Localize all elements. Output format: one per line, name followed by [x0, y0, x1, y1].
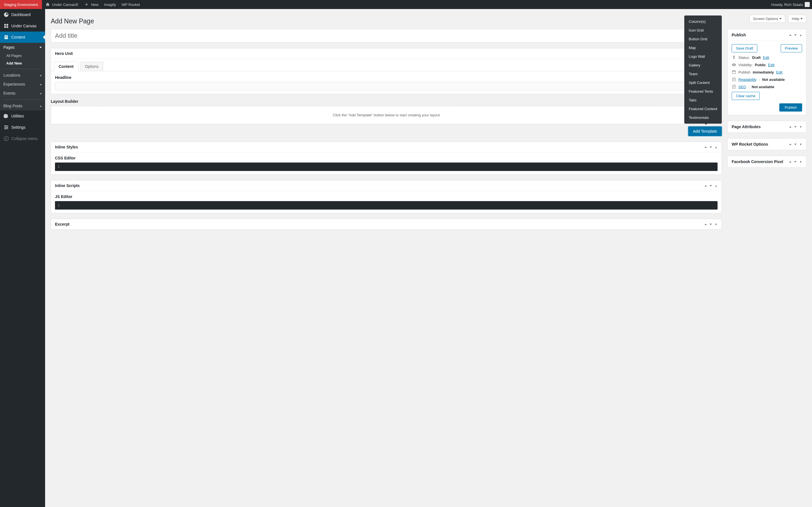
template-option[interactable]: Button Grid [684, 35, 722, 43]
tab-content[interactable]: Content [54, 62, 79, 71]
visibility-edit-link[interactable]: Edit [768, 63, 774, 67]
help-label: Help [792, 17, 799, 21]
add-template-button[interactable]: Add Template [688, 126, 722, 136]
visibility-row: Visibility: Public Edit [732, 62, 802, 67]
metabox-title: Hero Unit [55, 51, 73, 56]
clear-cache-button[interactable]: Clear cache [732, 92, 760, 100]
move-up-icon[interactable] [789, 144, 792, 145]
publish-date-edit-link[interactable]: Edit [776, 70, 782, 74]
sidebar-item-label: Settings [11, 125, 26, 129]
toggle-icon[interactable]: ▲ [715, 146, 718, 149]
sidebar-sub-locations[interactable]: Locations ▸ [0, 71, 45, 80]
template-option[interactable]: Featured Tents [684, 87, 722, 96]
sidebar-item-content[interactable]: Content [0, 32, 45, 43]
template-option[interactable]: Team [684, 69, 722, 78]
status-edit-link[interactable]: Edit [763, 55, 769, 60]
save-draft-button[interactable]: Save Draft [732, 44, 757, 52]
move-up-icon[interactable] [789, 161, 792, 163]
yoast-icon [732, 77, 736, 82]
chevron-down-icon [779, 18, 781, 19]
template-option[interactable]: Map [684, 43, 722, 52]
move-up-icon[interactable] [789, 34, 792, 36]
status-row: Status: Draft Edit [732, 55, 802, 60]
css-editor[interactable]: 1 [55, 163, 718, 171]
template-option[interactable]: Gallery [684, 61, 722, 69]
move-down-icon[interactable] [710, 147, 712, 148]
title-input[interactable] [51, 29, 722, 43]
sidebar-submenu-content: Pages All Pages Add New Locations ▸ Expe… [0, 43, 45, 110]
move-down-icon[interactable] [794, 144, 797, 145]
imagify-link[interactable]: Imagify [101, 0, 119, 9]
js-editor[interactable]: 1 [55, 201, 718, 210]
sidebar-item-utilities[interactable]: Utilities [0, 110, 45, 122]
template-option[interactable]: Column(s) [684, 17, 722, 26]
move-up-icon[interactable] [705, 147, 707, 148]
template-option[interactable]: Logo Wall [684, 52, 722, 61]
publish-date-row: Publish immediately Edit [732, 70, 802, 74]
seo-link[interactable]: SEO [739, 85, 746, 89]
sidebar-sub-events[interactable]: Events ▸ [0, 89, 45, 98]
metabox-handles: ▲ [705, 146, 718, 149]
new-link[interactable]: New [81, 0, 101, 9]
sidebar-sub-blogposts[interactable]: Blog Posts ▸ [0, 101, 45, 110]
sidebox-title: Facebook Conversion Pixel [732, 159, 783, 164]
move-down-icon[interactable] [710, 224, 712, 225]
sidebar-item-collapse[interactable]: Collapse menu [0, 133, 45, 144]
sidebar-sub-pages[interactable]: Pages [0, 43, 45, 52]
sidebar-sub-experiences[interactable]: Experiences ▸ [0, 80, 45, 89]
help-button[interactable]: Help [788, 15, 806, 23]
svg-point-10 [5, 125, 6, 126]
sidebox-wprocket-options: WP Rocket Options ▼ [727, 138, 806, 150]
move-down-icon[interactable] [794, 126, 797, 128]
add-template-wrap: Column(s)Icon GridButton GridMapLogo Wal… [51, 126, 722, 136]
toggle-icon[interactable]: ▼ [799, 160, 802, 163]
publish-date-label: Publish [739, 70, 751, 74]
site-link[interactable]: Under Canvas® [42, 0, 81, 9]
metabox-inline-scripts: Inline Scripts ▲ JS Editor 1 [51, 180, 722, 213]
sidebar-item-dashboard[interactable]: Dashboard [0, 9, 45, 20]
toggle-icon[interactable]: ▼ [799, 143, 802, 146]
visibility-label: Visibility: [739, 63, 753, 67]
metabox-title: Excerpt [55, 222, 69, 226]
sidebar-sub-allpages[interactable]: All Pages [0, 52, 45, 59]
metabox-handles: ▼ [789, 160, 802, 163]
sidebar-item-label: Content [11, 35, 25, 40]
content-icon [3, 34, 9, 40]
move-up-icon[interactable] [705, 224, 707, 225]
template-option[interactable]: Tabs [684, 96, 722, 105]
publish-button[interactable]: Publish [779, 103, 802, 112]
line-number: 1 [58, 165, 63, 169]
toggle-icon[interactable]: ▼ [799, 125, 802, 128]
readability-link[interactable]: Readability [739, 77, 756, 82]
metabox-handles: ▼ [705, 223, 718, 226]
sidebar-item-undercanvas[interactable]: Under Canvas [0, 20, 45, 32]
move-up-icon[interactable] [789, 126, 792, 128]
headline-input[interactable] [55, 82, 718, 91]
wprocket-link[interactable]: WP Rocket [119, 0, 143, 9]
chevron-right-icon: ▸ [40, 74, 42, 77]
admin-bar-right[interactable]: Howdy, Rich Staats [771, 2, 812, 7]
sidebar-item-label: Utilities [11, 114, 24, 118]
svg-rect-6 [5, 37, 7, 37]
toggle-icon[interactable]: ▲ [715, 184, 718, 187]
toggle-icon[interactable]: ▲ [799, 34, 802, 37]
preview-button[interactable]: Preview [781, 44, 802, 52]
move-up-icon[interactable] [705, 185, 707, 186]
tab-options[interactable]: Options [80, 62, 103, 71]
metabox-handles: ▼ [789, 125, 802, 128]
screen-options-button[interactable]: Screen Options [749, 15, 785, 23]
template-option[interactable]: Testimonials [684, 113, 722, 122]
toggle-icon[interactable]: ▼ [715, 223, 718, 226]
new-link-label: New [91, 3, 98, 7]
move-down-icon[interactable] [710, 185, 712, 186]
move-down-icon[interactable] [794, 34, 797, 36]
move-down-icon[interactable] [794, 161, 797, 163]
template-option[interactable]: Split Content [684, 78, 722, 87]
admin-sidebar: Dashboard Under Canvas Content Pages All… [0, 9, 45, 241]
sidebar-sub-addnew[interactable]: Add New [0, 59, 45, 67]
template-option[interactable]: Featured Content [684, 105, 722, 113]
chevron-right-icon: ▸ [40, 92, 42, 95]
sidebar-item-settings[interactable]: Settings [0, 122, 45, 133]
separator [3, 69, 42, 69]
template-option[interactable]: Icon Grid [684, 26, 722, 35]
